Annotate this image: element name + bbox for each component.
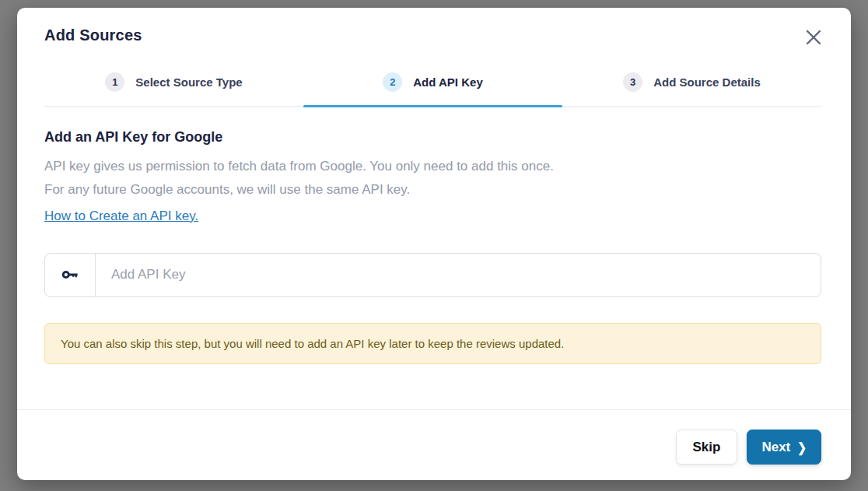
step-label: Add API Key <box>413 75 482 89</box>
step-select-source-type[interactable]: 1 Select Source Type <box>44 61 303 106</box>
modal-header: Add Sources 1 Select Source Type 2 Add A… <box>17 8 851 107</box>
section-heading: Add an API Key for Google <box>44 129 821 146</box>
api-key-input-group <box>44 253 821 297</box>
modal-title: Add Sources <box>44 26 821 44</box>
close-icon <box>803 27 824 47</box>
step-active-indicator <box>562 105 821 107</box>
step-active-indicator <box>44 105 303 107</box>
step-label: Select Source Type <box>135 75 242 89</box>
skip-warning-banner: You can also skip this step, but you wil… <box>44 323 821 364</box>
api-key-input[interactable] <box>96 254 821 296</box>
step-active-indicator <box>303 105 562 107</box>
step-number-badge: 3 <box>623 72 642 92</box>
wizard-steps: 1 Select Source Type 2 Add API Key 3 Add… <box>44 61 821 107</box>
step-add-source-details[interactable]: 3 Add Source Details <box>562 61 821 106</box>
step-number-badge: 1 <box>105 72 124 92</box>
next-button[interactable]: Next ❯ <box>747 430 821 465</box>
step-number-badge: 2 <box>383 72 402 92</box>
step-label: Add Source Details <box>653 75 761 89</box>
skip-button[interactable]: Skip <box>676 430 738 465</box>
add-sources-modal: Add Sources 1 Select Source Type 2 Add A… <box>17 8 851 480</box>
key-icon <box>45 254 96 296</box>
modal-footer: Skip Next ❯ <box>17 409 851 480</box>
step-add-api-key[interactable]: 2 Add API Key <box>303 61 562 106</box>
next-button-label: Next <box>761 440 790 455</box>
modal-body: Add an API Key for Google API key gives … <box>17 107 851 409</box>
close-button[interactable] <box>800 23 828 51</box>
chevron-right-icon: ❯ <box>797 440 807 454</box>
section-description: API key gives us permission to fetch dat… <box>44 155 554 202</box>
how-to-create-api-key-link[interactable]: How to Create an API key. <box>44 209 198 224</box>
